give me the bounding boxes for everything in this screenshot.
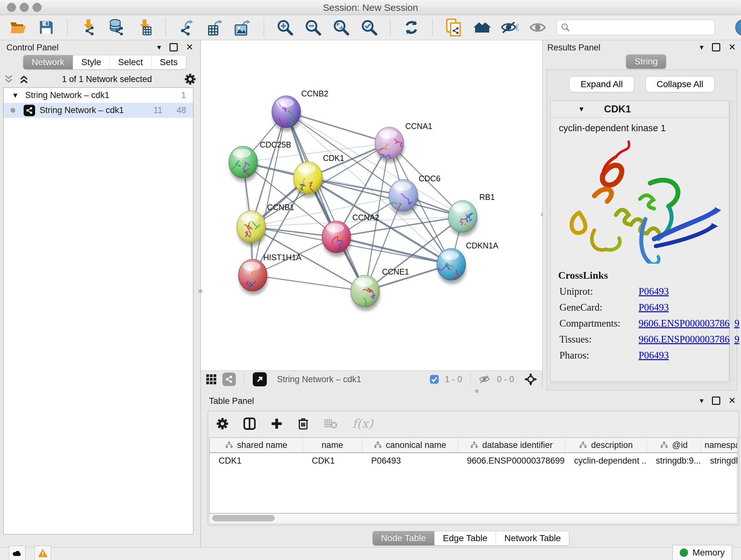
network-share-view-icon[interactable] (222, 373, 236, 386)
window-title: Session: New Session (0, 2, 741, 13)
delete-column-icon[interactable] (297, 417, 309, 430)
collapse-all-networks-icon[interactable] (3, 74, 14, 84)
hidden-eye-slash-icon[interactable] (479, 374, 491, 384)
crosslink-link[interactable]: P06493 (638, 286, 669, 297)
tab-sets[interactable]: Sets (151, 55, 186, 69)
panel-close-icon[interactable]: ✕ (729, 396, 736, 405)
table-horizontal-scrollbar[interactable] (209, 513, 738, 523)
crosslink-link[interactable]: 9606.ENSP00000378699 (638, 318, 739, 329)
network-options-gear-icon[interactable] (185, 73, 196, 85)
crosslink-link[interactable]: P06493 (638, 350, 669, 361)
show-all-eye-icon[interactable] (529, 18, 547, 37)
table-cell[interactable]: cyclin-dependent ... (565, 456, 647, 466)
tab-string[interactable]: String (626, 55, 666, 69)
column-header-name[interactable]: name (303, 438, 362, 452)
zoom-out-icon[interactable] (304, 18, 322, 37)
import-table-icon[interactable] (135, 18, 154, 37)
column-header-namespace[interactable]: namespace (701, 438, 738, 452)
table-cell[interactable]: CDK1 (210, 456, 303, 466)
export-image-icon[interactable] (233, 18, 252, 37)
show-columns-icon[interactable] (243, 417, 256, 430)
table-cell[interactable]: CDK1 (303, 456, 362, 466)
node-CDC6[interactable] (387, 179, 418, 218)
panel-float-icon[interactable] (712, 396, 720, 405)
home-icon[interactable] (472, 18, 491, 37)
table-row[interactable]: CDK1CDK1P064939606.ENSP00000378699cyclin… (210, 453, 737, 469)
table-cell[interactable]: P06493 (362, 456, 458, 466)
results-horizontal-scrollbar[interactable] (550, 382, 729, 387)
tab-node-table[interactable]: Node Table (373, 531, 434, 545)
network-canvas[interactable]: CCNB2CCNA1CDC25BCDK1CDC6RB1CCNB1CCNA2CDK… (201, 40, 543, 370)
scrollbar-thumb[interactable] (212, 515, 275, 521)
column-header-canonical-name[interactable]: canonical name (362, 438, 458, 452)
crosslink-link[interactable]: 9606.ENSP00000378699 (638, 334, 739, 345)
node-label-CCNE1: CCNE1 (382, 267, 409, 276)
tab-select[interactable]: Select (110, 55, 151, 69)
network-row-selected[interactable]: String Network – cdk1 11 48 (3, 103, 193, 118)
tree-expander-icon[interactable]: ▼ (12, 91, 19, 100)
panel-float-icon[interactable] (712, 43, 720, 51)
tab-network[interactable]: Network (23, 55, 73, 69)
zoom-fit-icon[interactable] (332, 18, 350, 37)
open-in-new-window-icon[interactable] (253, 372, 267, 386)
node-CDC25B[interactable] (229, 146, 258, 182)
panel-collapse-icon[interactable]: ▾ (699, 397, 703, 405)
panel-collapse-icon[interactable]: ▾ (157, 44, 161, 51)
export-network-icon[interactable] (178, 18, 196, 37)
panel-close-icon[interactable]: ✕ (729, 43, 736, 52)
column-header-description[interactable]: description (565, 438, 647, 452)
node-CCNA1[interactable] (375, 127, 404, 163)
collapse-all-button[interactable]: Collapse All (646, 76, 715, 92)
column-header-shared-name[interactable]: shared name (210, 438, 303, 452)
help-button[interactable]: ? (735, 19, 741, 36)
open-folder-icon[interactable] (9, 18, 27, 37)
table-cell[interactable]: stringdb:9... (647, 456, 701, 466)
tab-network-table[interactable]: Network Table (495, 531, 569, 545)
splitter-handle[interactable] (475, 389, 479, 393)
node-RB1[interactable] (448, 200, 478, 236)
results-vertical-scrollbar[interactable] (730, 101, 734, 381)
add-column-icon[interactable] (271, 418, 283, 430)
network-collection-row[interactable]: ▼ String Network – cdk1 1 (3, 88, 193, 103)
zoom-selected-icon[interactable] (360, 18, 379, 37)
node-HIST1H1A[interactable] (238, 259, 268, 295)
expand-all-networks-icon[interactable] (18, 74, 29, 84)
zoom-in-icon[interactable] (276, 18, 294, 37)
column-header-database-identifier[interactable]: database identifier (458, 438, 565, 452)
node-CDK1[interactable] (293, 162, 323, 198)
fit-selected-crosshair-icon[interactable] (524, 373, 537, 386)
node-section-expander-icon[interactable]: ▼ (578, 105, 585, 113)
tab-style[interactable]: Style (73, 55, 110, 69)
memory-button[interactable]: Memory (672, 545, 732, 560)
node-CCNE1[interactable] (351, 275, 380, 311)
control-panel-tabs: Network Style Select Sets (23, 55, 186, 70)
node-CDKN1A[interactable] (437, 248, 466, 284)
warnings-button[interactable] (35, 546, 51, 560)
table-options-gear-icon[interactable] (216, 418, 228, 430)
panel-float-icon[interactable] (170, 43, 178, 51)
cloud-status-button[interactable] (9, 546, 25, 560)
refresh-layout-icon[interactable] (402, 18, 421, 37)
table-cell[interactable]: stringdb (701, 456, 738, 466)
table-cell[interactable]: 9606.ENSP00000378699 (458, 456, 565, 466)
tab-edge-table[interactable]: Edge Table (434, 531, 496, 545)
crosslink-link[interactable]: P06493 (638, 302, 669, 313)
import-network-icon[interactable] (79, 18, 98, 37)
column-header--id[interactable]: @id (647, 438, 701, 452)
panel-collapse-icon[interactable]: ▾ (699, 44, 703, 51)
splitter-handle[interactable] (199, 289, 202, 293)
node-CCNB2[interactable] (272, 96, 301, 132)
node-label-CDC25B: CDC25B (260, 140, 291, 149)
hide-selected-eye-slash-icon[interactable] (500, 18, 519, 37)
export-table-icon[interactable] (205, 18, 224, 37)
import-network-from-database-icon[interactable] (107, 18, 126, 37)
search-input[interactable] (556, 20, 715, 35)
selected-checkbox-icon[interactable] (429, 374, 439, 384)
node-CCNA2[interactable] (322, 221, 351, 257)
clone-network-icon[interactable] (444, 18, 463, 37)
expand-all-button[interactable]: Expand All (569, 76, 634, 92)
node-CCNB1[interactable] (237, 211, 266, 246)
grid-view-icon[interactable] (206, 374, 217, 385)
save-session-icon[interactable] (37, 18, 56, 37)
panel-close-icon[interactable]: ✕ (186, 43, 193, 52)
